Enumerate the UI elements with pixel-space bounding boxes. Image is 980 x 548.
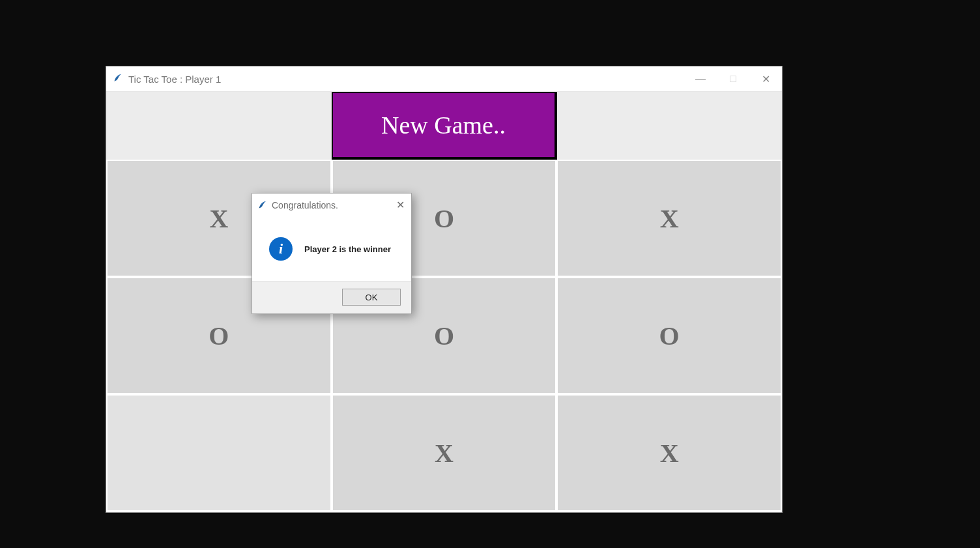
- window-controls: — □ ✕: [684, 66, 782, 91]
- cell-2-2[interactable]: X: [556, 394, 782, 512]
- cell-mark: O: [434, 203, 454, 234]
- maximize-button[interactable]: □: [717, 66, 749, 91]
- cell-mark: X: [435, 438, 454, 469]
- cell-mark: X: [660, 203, 679, 234]
- cell-2-0[interactable]: [106, 394, 332, 512]
- dialog-message: Player 2 is the winner: [304, 244, 391, 254]
- dialog-body: i Player 2 is the winner: [252, 217, 411, 281]
- cell-mark: O: [659, 321, 680, 351]
- winner-dialog: Congratulations. ✕ i Player 2 is the win…: [252, 193, 412, 314]
- cell-mark: O: [434, 321, 454, 351]
- window-title: Tic Tac Toe : Player 1: [128, 74, 221, 85]
- toolbar: New Game..: [106, 91, 782, 160]
- titlebar[interactable]: Tic Tac Toe : Player 1 — □ ✕: [106, 66, 782, 91]
- dialog-app-icon: [257, 199, 268, 212]
- cell-mark: O: [209, 321, 229, 351]
- close-button[interactable]: ✕: [749, 66, 782, 91]
- new-game-label: New Game..: [381, 111, 506, 139]
- dialog-titlebar[interactable]: Congratulations. ✕: [252, 194, 411, 217]
- cell-1-2[interactable]: O: [556, 277, 782, 394]
- ok-button[interactable]: OK: [342, 289, 401, 306]
- cell-0-2[interactable]: X: [556, 160, 782, 277]
- cell-2-1[interactable]: X: [332, 394, 557, 512]
- dialog-close-button[interactable]: ✕: [396, 199, 405, 211]
- dialog-title: Congratulations.: [272, 200, 338, 210]
- dialog-footer: OK: [252, 281, 411, 313]
- app-icon: [113, 72, 123, 85]
- new-game-button[interactable]: New Game..: [332, 92, 557, 160]
- minimize-button[interactable]: —: [684, 66, 717, 91]
- game-board: X O X O O O X X: [106, 160, 782, 512]
- game-window: Tic Tac Toe : Player 1 — □ ✕ New Game.. …: [106, 66, 783, 513]
- cell-mark: X: [660, 438, 679, 469]
- info-icon: i: [269, 237, 293, 261]
- cell-mark: X: [209, 203, 228, 234]
